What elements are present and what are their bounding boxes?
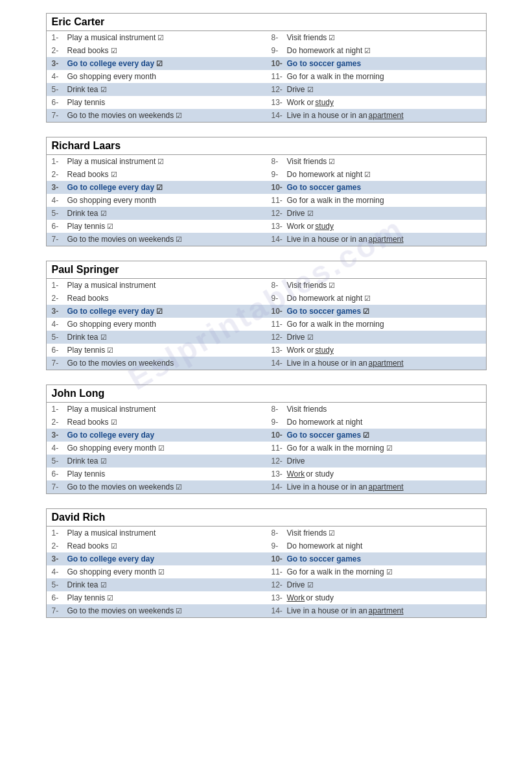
items-grid-0: 1-Play a musical instrument☑8-Visit frie…	[47, 31, 486, 122]
item-right-4-5: 13-Work or study	[266, 591, 486, 604]
item-num: 5-	[52, 209, 66, 218]
item-num: 13-	[272, 346, 286, 355]
item-right-1-6: 14-Live in a house or in an apartment	[266, 233, 486, 246]
item-num: 3-	[52, 307, 66, 316]
item-num: 6-	[52, 593, 66, 602]
item-num: 7-	[52, 111, 66, 120]
item-left-3-1: 2-Read books☑	[47, 416, 266, 429]
item-num: 4-	[52, 444, 66, 453]
item-num: 1-	[52, 157, 66, 166]
item-right-3-6: 14-Live in a house or in an apartment	[266, 480, 486, 493]
item-num: 9-	[272, 418, 286, 427]
item-right-3-1: 9-Do homework at night	[266, 416, 486, 429]
item-num: 14-	[272, 235, 286, 244]
item-left-3-2: 3-Go to college every day	[47, 429, 266, 442]
item-num: 8-	[272, 157, 286, 166]
items-grid-1: 1-Play a musical instrument☑8-Visit frie…	[47, 155, 486, 246]
item-left-2-5: 6-Play tennis☑	[47, 344, 266, 357]
item-right-2-4: 12-Drive☑	[266, 331, 486, 344]
item-right-0-0: 8-Visit friends☑	[266, 31, 486, 44]
item-left-0-0: 1-Play a musical instrument☑	[47, 31, 266, 44]
item-right-1-5: 13-Work or study	[266, 220, 486, 233]
item-right-1-4: 12-Drive☑	[266, 207, 486, 220]
item-right-4-0: 8-Visit friends☑	[266, 527, 486, 539]
item-num: 14-	[272, 482, 286, 492]
item-right-0-2: 10-Go to soccer games	[266, 57, 486, 70]
item-left-4-3: 4-Go shopping every month☑	[47, 565, 266, 578]
item-left-3-4: 5-Drink tea☑	[47, 455, 266, 468]
item-num: 13-	[272, 469, 286, 479]
item-left-2-0: 1-Play a musical instrument	[47, 279, 266, 292]
item-num: 8-	[272, 405, 286, 414]
item-num: 10-	[272, 307, 286, 316]
item-left-0-3: 4-Go shopping every month	[47, 70, 266, 83]
person-name-3: John Long	[47, 385, 486, 403]
item-num: 2-	[52, 541, 66, 551]
item-num: 6-	[52, 346, 66, 355]
item-left-1-0: 1-Play a musical instrument☑	[47, 155, 266, 168]
item-right-4-3: 11-Go for a walk in the morning☑	[266, 565, 486, 578]
item-num: 2-	[52, 418, 66, 427]
item-left-2-6: 7-Go to the movies on weekends	[47, 357, 266, 370]
item-num: 3-	[52, 431, 66, 440]
item-right-0-3: 11-Go for a walk in the morning	[266, 70, 486, 83]
item-num: 12-	[272, 580, 286, 589]
item-left-1-2: 3-Go to college every day☑	[47, 181, 266, 194]
item-right-4-1: 9-Do homework at night	[266, 539, 486, 552]
item-num: 9-	[272, 170, 286, 179]
item-num: 11-	[272, 196, 286, 205]
item-num: 9-	[272, 46, 286, 55]
item-right-3-4: 12-Drive	[266, 455, 486, 468]
item-num: 11-	[272, 567, 286, 576]
item-num: 4-	[52, 72, 66, 81]
item-num: 11-	[272, 320, 286, 329]
item-num: 9-	[272, 294, 286, 303]
item-num: 10-	[272, 554, 286, 563]
item-num: 4-	[52, 567, 66, 576]
person-name-1: Richard Laars	[47, 137, 486, 155]
item-num: 5-	[52, 456, 66, 466]
item-num: 10-	[272, 431, 286, 440]
person-name-0: Eric Carter	[47, 14, 486, 31]
item-num: 5-	[52, 580, 66, 589]
person-block-3: John Long1-Play a musical instrument8-Vi…	[46, 385, 487, 494]
item-right-0-1: 9-Do homework at night☑	[266, 44, 486, 57]
person-block-1: Richard Laars1-Play a musical instrument…	[46, 137, 487, 246]
item-left-0-1: 2-Read books☑	[47, 44, 266, 57]
item-left-0-5: 6-Play tennis	[47, 96, 266, 109]
person-block-2: Paul Springer1-Play a musical instrument…	[46, 261, 487, 370]
person-name-4: David Rich	[47, 509, 486, 527]
item-right-1-2: 10-Go to soccer games	[266, 181, 486, 194]
item-left-4-6: 7-Go to the movies on weekends☑	[47, 604, 266, 617]
item-left-4-1: 2-Read books☑	[47, 539, 266, 552]
item-num: 3-	[52, 183, 66, 192]
item-right-2-6: 14-Live in a house or in an apartment	[266, 357, 486, 370]
item-left-0-2: 3-Go to college every day☑	[47, 57, 266, 70]
item-right-1-1: 9-Do homework at night☑	[266, 168, 486, 181]
item-num: 7-	[52, 235, 66, 244]
item-num: 6-	[52, 469, 66, 479]
item-left-2-1: 2-Read books	[47, 292, 266, 305]
item-num: 10-	[272, 59, 286, 68]
item-num: 6-	[52, 98, 66, 107]
item-left-4-5: 6-Play tennis☑	[47, 591, 266, 604]
item-right-3-0: 8-Visit friends	[266, 403, 486, 416]
item-right-2-2: 10-Go to soccer games☑	[266, 305, 486, 318]
person-block-4: David Rich1-Play a musical instrument8-V…	[46, 508, 487, 618]
item-left-1-6: 7-Go to the movies on weekends☑	[47, 233, 266, 246]
item-num: 1-	[52, 528, 66, 538]
item-num: 5-	[52, 85, 66, 94]
item-right-3-3: 11-Go for a walk in the morning☑	[266, 442, 486, 455]
item-num: 2-	[52, 46, 66, 55]
item-left-0-6: 7-Go to the movies on weekends☑	[47, 109, 266, 122]
item-left-2-2: 3-Go to college every day☑	[47, 305, 266, 318]
item-left-2-3: 4-Go shopping every month	[47, 318, 266, 331]
item-right-0-6: 14-Live in a house or in an apartment	[266, 109, 486, 122]
item-num: 12-	[272, 333, 286, 342]
item-num: 12-	[272, 85, 286, 94]
item-right-4-2: 10-Go to soccer games	[266, 552, 486, 565]
item-left-3-6: 7-Go to the movies on weekends☑	[47, 480, 266, 493]
item-num: 1-	[52, 405, 66, 414]
item-right-1-3: 11-Go for a walk in the morning	[266, 194, 486, 207]
item-num: 1-	[52, 33, 66, 42]
